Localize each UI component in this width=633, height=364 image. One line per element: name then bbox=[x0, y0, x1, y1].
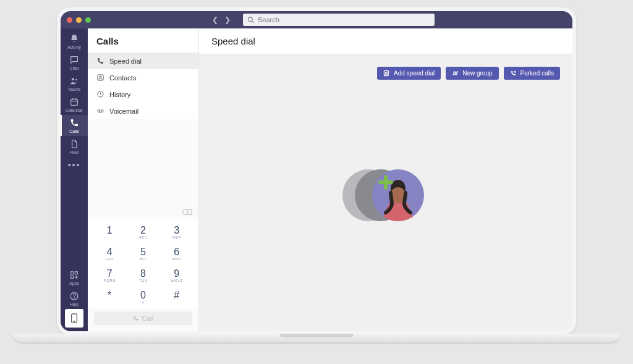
call-button[interactable]: Call bbox=[94, 311, 192, 325]
key-2[interactable]: 2ABC bbox=[126, 224, 159, 240]
key-7[interactable]: 7PQRS bbox=[93, 267, 126, 284]
key-star[interactable]: * bbox=[93, 289, 126, 305]
plus-icon bbox=[378, 175, 393, 190]
phone-icon bbox=[69, 118, 79, 128]
svg-line-1 bbox=[252, 21, 254, 23]
calls-nav-voicemail[interactable]: Voicemail bbox=[88, 103, 198, 119]
key-5[interactable]: 5JKL bbox=[126, 245, 159, 262]
svg-rect-8 bbox=[71, 272, 74, 274]
nav-back-button[interactable]: ❮ bbox=[212, 15, 218, 24]
calls-panel: Calls Speed dial Contacts History Voicem… bbox=[88, 28, 199, 331]
svg-point-3 bbox=[75, 79, 77, 81]
svg-point-12 bbox=[74, 298, 75, 298]
parked-calls-button[interactable]: Parked calls bbox=[504, 67, 560, 80]
rail-apps[interactable]: Apps bbox=[61, 267, 88, 288]
rail-label: Activity bbox=[67, 45, 81, 49]
help-icon bbox=[69, 291, 79, 301]
dial-input-row bbox=[88, 205, 198, 219]
nav-forward-button[interactable]: ❯ bbox=[224, 15, 231, 24]
nav-label: Voicemail bbox=[109, 108, 138, 115]
add-contact-icon bbox=[383, 70, 390, 77]
nav-label: Contacts bbox=[109, 74, 136, 82]
key-6[interactable]: 6MNO bbox=[160, 245, 193, 262]
teams-icon bbox=[69, 76, 79, 86]
nav-arrows: ❮ ❯ bbox=[212, 15, 231, 24]
phone-icon bbox=[133, 315, 139, 321]
call-button-label: Call bbox=[142, 315, 154, 322]
rail-label: Files bbox=[70, 150, 79, 154]
search-input[interactable] bbox=[243, 14, 435, 26]
key-hash[interactable]: # bbox=[160, 289, 193, 305]
svg-point-14 bbox=[74, 321, 74, 321]
svg-point-19 bbox=[101, 110, 103, 112]
calls-nav-speed-dial[interactable]: Speed dial bbox=[88, 53, 198, 69]
key-0[interactable]: 0+ bbox=[126, 289, 159, 305]
svg-rect-9 bbox=[75, 272, 77, 274]
button-label: New group bbox=[462, 70, 492, 77]
add-speed-dial-button[interactable]: Add speed dial bbox=[377, 67, 441, 80]
calls-nav-history[interactable]: History bbox=[88, 86, 198, 103]
svg-point-18 bbox=[98, 110, 100, 112]
svg-point-0 bbox=[248, 17, 252, 22]
bell-icon bbox=[69, 34, 79, 44]
window-close-traffic-light[interactable] bbox=[67, 17, 72, 23]
key-3[interactable]: 3DEF bbox=[160, 224, 193, 240]
parked-calls-icon bbox=[510, 70, 517, 77]
rail-calls[interactable]: Calls bbox=[61, 115, 88, 136]
rail-label: Apps bbox=[69, 281, 79, 286]
nav-label: History bbox=[109, 91, 130, 98]
rail-label: Teams bbox=[68, 87, 81, 91]
apps-icon bbox=[69, 270, 79, 280]
history-icon bbox=[96, 90, 104, 98]
rail-label: Calls bbox=[69, 129, 79, 133]
files-icon bbox=[69, 139, 79, 149]
new-group-icon bbox=[452, 70, 459, 77]
svg-point-25 bbox=[454, 72, 456, 74]
svg-point-24 bbox=[386, 72, 387, 73]
rail-more[interactable]: ••• bbox=[61, 157, 88, 172]
button-label: Add speed dial bbox=[394, 70, 435, 77]
titlebar: ❮ ❯ bbox=[61, 11, 572, 28]
voicemail-icon bbox=[96, 107, 104, 115]
backspace-button[interactable] bbox=[181, 208, 192, 219]
rail-mobile-button[interactable] bbox=[65, 309, 83, 328]
rail-files[interactable]: Files bbox=[61, 136, 88, 157]
window-zoom-traffic-light[interactable] bbox=[85, 17, 91, 23]
new-group-button[interactable]: New group bbox=[446, 67, 498, 80]
rail-help[interactable]: Help bbox=[61, 288, 88, 309]
calls-nav: Speed dial Contacts History Voicemail bbox=[88, 53, 198, 119]
laptop-notch bbox=[279, 334, 354, 337]
app-rail: Activity Chat Teams Calendar Calls Files bbox=[61, 28, 88, 331]
action-row: Add speed dial New group Parked calls bbox=[199, 54, 572, 80]
calls-nav-contacts[interactable]: Contacts bbox=[88, 69, 198, 86]
speed-dial-illustration bbox=[342, 167, 429, 223]
key-9[interactable]: 9WXYZ bbox=[160, 267, 193, 284]
key-1[interactable]: 1 bbox=[93, 224, 126, 240]
chat-icon bbox=[69, 55, 79, 65]
calendar-icon bbox=[69, 97, 79, 107]
svg-rect-15 bbox=[98, 75, 103, 80]
button-label: Parked calls bbox=[520, 70, 554, 77]
backspace-icon bbox=[181, 208, 192, 216]
window-minimize-traffic-light[interactable] bbox=[76, 17, 82, 23]
laptop-frame: ❮ ❯ Activity Chat Teams Calend bbox=[57, 7, 576, 335]
key-4[interactable]: 4GHI bbox=[93, 245, 126, 262]
contacts-icon bbox=[96, 74, 104, 82]
rail-teams[interactable]: Teams bbox=[61, 73, 88, 94]
rail-chat[interactable]: Chat bbox=[61, 52, 88, 73]
svg-point-26 bbox=[456, 72, 457, 74]
phone-icon bbox=[96, 57, 104, 65]
mobile-icon bbox=[70, 313, 78, 323]
calls-header: Calls bbox=[88, 28, 198, 53]
rail-calendar[interactable]: Calendar bbox=[61, 94, 88, 115]
svg-point-2 bbox=[72, 78, 74, 80]
dialpad: 1 2ABC 3DEF 4GHI 5JKL 6MNO 7PQRS 8TUV 9W… bbox=[88, 219, 198, 308]
nav-label: Speed dial bbox=[109, 57, 142, 65]
rail-activity[interactable]: Activity bbox=[61, 31, 88, 52]
search-icon bbox=[247, 17, 254, 23]
page-title: Speed dial bbox=[199, 28, 572, 54]
svg-rect-4 bbox=[71, 99, 78, 105]
rail-label: Calendar bbox=[66, 108, 83, 112]
main-area: Speed dial Add speed dial New group Park… bbox=[199, 28, 572, 331]
key-8[interactable]: 8TUV bbox=[126, 267, 159, 284]
